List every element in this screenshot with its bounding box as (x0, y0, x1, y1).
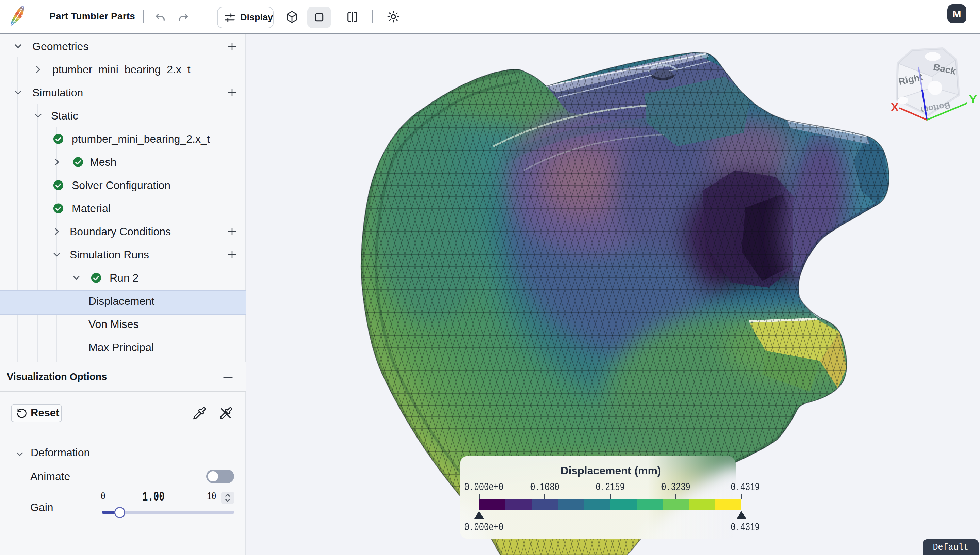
svg-text:Y: Y (969, 93, 977, 106)
svg-text:X: X (891, 101, 898, 113)
